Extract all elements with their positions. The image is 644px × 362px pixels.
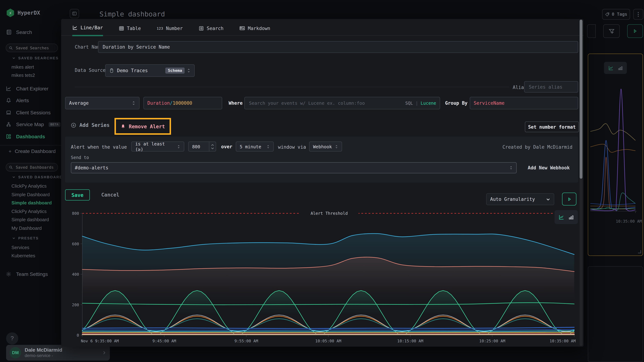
bell-icon <box>120 124 126 129</box>
tab-markdown[interactable]: Markdown <box>239 21 270 35</box>
sidebar-item-team-settings[interactable]: Team Settings <box>6 271 48 277</box>
schema-badge: Schema <box>166 68 185 74</box>
lang-lucene-toggle[interactable]: Lucene <box>420 101 436 106</box>
list-doc-icon <box>198 25 204 31</box>
sidebar-item-alerts[interactable]: Alerts <box>6 98 29 103</box>
add-series-button[interactable]: Add Series <box>71 122 110 128</box>
chevron-down-icon <box>12 237 16 240</box>
alias-divider <box>75 87 509 87</box>
alert-condition-select[interactable]: is at least (≥) <box>131 142 184 152</box>
presets-header[interactable]: PRESETS <box>12 236 39 240</box>
modal-scrollbar-thumb[interactable] <box>580 20 582 179</box>
group-by-input[interactable]: ServiceName <box>470 97 578 109</box>
svg-text:0: 0 <box>77 333 79 338</box>
tags-button[interactable]: 0 Tags <box>602 9 630 20</box>
svg-text:400: 400 <box>72 272 79 277</box>
dashboard-item[interactable]: Simple Dashboard <box>12 192 50 197</box>
where-search-input[interactable]: SQL | Lucene <box>244 97 440 109</box>
table-icon <box>118 25 124 31</box>
add-new-webhook-link[interactable]: Add New Webhook <box>528 165 570 171</box>
collapse-sidebar-button[interactable] <box>70 9 79 18</box>
svg-text:200: 200 <box>72 303 79 307</box>
saved-search-item[interactable]: mikes alert <box>12 64 34 70</box>
svg-text:9:55:00 AM: 9:55:00 AM <box>234 339 258 343</box>
sidebar-item-dashboards[interactable]: Dashboards <box>6 134 45 139</box>
run-query-button-bg[interactable] <box>627 24 643 38</box>
number-stepper[interactable] <box>209 142 216 151</box>
filter-icon <box>608 28 614 34</box>
window-via-label: window via <box>278 144 306 150</box>
alert-prefix-label: Alert when the value <box>71 144 127 150</box>
run-chart-button[interactable] <box>562 193 576 205</box>
preview-chart: 8006004002000Nov 6 9:35:00 AM9:45:00 AM9… <box>65 209 578 345</box>
aggregation-value: Average <box>69 100 89 106</box>
saved-searches-header[interactable]: SAVED SEARCHES <box>12 56 59 60</box>
sidebar-item-search[interactable]: Search <box>6 29 32 35</box>
dashboard-item[interactable]: Simple dashboard <box>12 217 49 222</box>
help-button[interactable]: ? <box>6 332 18 345</box>
dashboard-item[interactable]: ClickPy Analytics <box>12 209 47 214</box>
dashboard-panel-highlighted[interactable]: 10:35:00 AM <box>588 54 643 256</box>
create-dashboard-button[interactable]: + Create Dashboard <box>8 148 56 154</box>
chart-name-input[interactable] <box>98 41 578 53</box>
user-menu[interactable]: DM Dale McDiarmid demo-service - <box>6 345 110 361</box>
tab-line-bar[interactable]: Line/Bar <box>72 20 103 36</box>
tab-number[interactable]: 123 Number <box>157 21 183 35</box>
hyperdx-logo-icon: ⚡ <box>6 8 15 17</box>
dashboards-icon <box>6 134 12 139</box>
dashboard-item[interactable]: ClickPy Analytics <box>12 183 47 189</box>
set-number-format-button[interactable]: Set number format <box>525 122 579 132</box>
tab-search[interactable]: Search <box>198 21 224 35</box>
app-root: ⚡ HyperDX Simple dashboard 0 Tags ⋮ Sear… <box>0 0 644 362</box>
resize-handle-icon[interactable] <box>638 250 641 253</box>
saved-searches-input[interactable] <box>6 44 58 52</box>
avatar: DM <box>10 347 21 359</box>
sidebar-item-service-map[interactable]: Service Map BETA <box>6 122 60 127</box>
saved-search-item[interactable]: mikes tets2 <box>12 73 35 78</box>
more-menu-button[interactable]: ⋮ <box>633 9 643 20</box>
alert-channel-select[interactable]: Webhook <box>309 142 342 152</box>
send-to-select[interactable]: #demo-alerts <box>71 162 517 173</box>
sidebar-item-client-sessions[interactable]: Client Sessions <box>6 110 51 115</box>
alert-window-select[interactable]: 5 minute <box>236 142 274 152</box>
tags-button-label: 0 Tags <box>612 12 627 17</box>
saved-dashboards-header[interactable]: SAVED DASHBOARDS <box>12 175 66 179</box>
remove-alert-button[interactable]: Remove Alert <box>120 124 165 129</box>
series-alias-input[interactable] <box>524 81 578 93</box>
aggregation-select[interactable]: Average <box>65 97 140 109</box>
sidebar-item-chart-explorer[interactable]: Chart Explorer <box>6 86 48 91</box>
svg-text:9:45:00 AM: 9:45:00 AM <box>152 339 176 343</box>
select-chevrons-icon <box>266 145 270 149</box>
granularity-select[interactable]: Auto Granularity <box>486 193 554 205</box>
remove-alert-highlight-box: Remove Alert <box>114 118 171 135</box>
bar-chart-icon <box>568 214 574 220</box>
user-org: demo-service - <box>25 353 98 359</box>
svg-text:10:25:00 AM: 10:25:00 AM <box>479 339 505 343</box>
dashboard-item[interactable]: My Dashboard <box>12 225 42 231</box>
refresh-button[interactable] <box>587 24 596 38</box>
filter-button[interactable] <box>603 24 620 38</box>
preset-item[interactable]: Kubernetes <box>12 253 35 258</box>
save-button[interactable]: Save <box>65 189 90 200</box>
dashboard-item-active[interactable]: Simple dashboard <box>12 200 52 205</box>
cancel-button[interactable]: Cancel <box>101 192 119 198</box>
chevron-down-icon <box>546 197 550 201</box>
chevron-right-icon <box>102 351 106 355</box>
field-expression-input[interactable]: Duration/1000000 <box>144 97 222 109</box>
send-to-label: Send to <box>71 155 89 160</box>
lang-sql-toggle[interactable]: SQL <box>405 101 413 106</box>
sidebar-item-label: Search <box>16 29 32 35</box>
data-source-select[interactable]: Demo Traces Schema <box>105 64 195 77</box>
chart-type-toggle-bg[interactable] <box>604 62 627 74</box>
chart-type-toggle[interactable] <box>554 210 578 224</box>
svg-text:10:15:00 AM: 10:15:00 AM <box>397 339 423 343</box>
search-icon <box>9 165 13 169</box>
bell-icon <box>6 98 12 103</box>
select-chevrons-icon <box>510 166 513 170</box>
tab-table[interactable]: Table <box>118 21 141 35</box>
preset-item[interactable]: Services <box>12 245 29 250</box>
alert-threshold-input[interactable]: 800 <box>188 142 216 152</box>
saved-dashboards-input[interactable] <box>6 163 58 172</box>
modal-scrollbar-track[interactable] <box>580 20 582 346</box>
dashboard-panel[interactable] <box>588 266 643 362</box>
